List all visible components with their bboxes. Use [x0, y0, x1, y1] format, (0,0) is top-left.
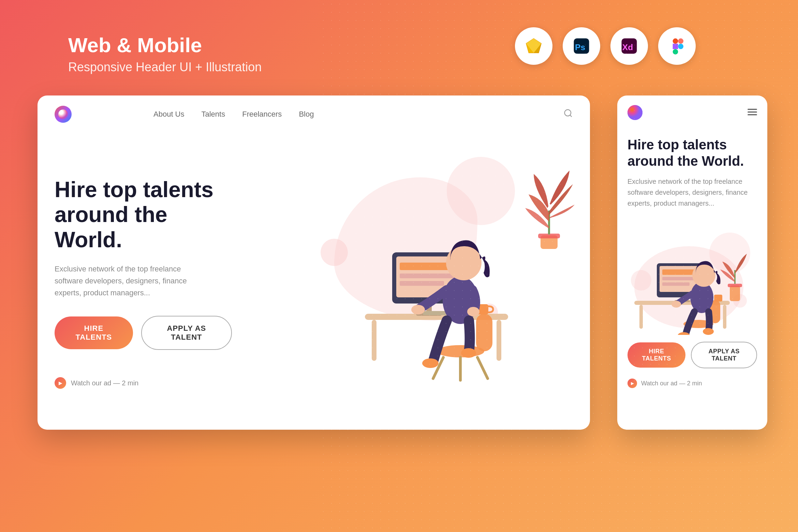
- desktop-hero-heading: Hire top talents around the World.: [55, 177, 232, 253]
- plant-illustration: [515, 160, 583, 256]
- nav-link-blog[interactable]: Blog: [299, 110, 314, 119]
- svg-point-66: [703, 328, 714, 335]
- desktop-hero-description: Exclusive network of the top freelance s…: [55, 263, 198, 299]
- svg-point-12: [678, 44, 683, 49]
- play-icon: ▶: [55, 377, 66, 389]
- nav-links: About Us Talents Freelancers Blog: [153, 110, 314, 119]
- svg-rect-44: [748, 114, 757, 115]
- xd-icon: Xd: [610, 27, 648, 65]
- desktop-hero-buttons: HIRE TALENTS APPLY AS TALENT: [55, 316, 232, 350]
- page-subtitle: Responsive Header UI + Illustration: [68, 60, 262, 74]
- svg-rect-8: [673, 39, 678, 44]
- svg-point-36: [422, 358, 439, 368]
- svg-rect-43: [748, 112, 757, 113]
- mobile-watch-link[interactable]: ▶ Watch our ad — 2 min: [617, 375, 767, 391]
- tool-icons-container: Ps Xd: [515, 27, 696, 65]
- mobile-logo: [627, 105, 642, 120]
- hero-text: Hire top talents around the World. Exclu…: [55, 177, 232, 389]
- page-title: Web & Mobile: [68, 34, 262, 57]
- svg-point-47: [631, 270, 651, 291]
- svg-point-64: [671, 301, 681, 308]
- svg-rect-17: [497, 320, 501, 361]
- svg-point-13: [565, 109, 571, 116]
- mobile-illustration: [617, 226, 767, 335]
- photoshop-icon: Ps: [563, 27, 600, 65]
- svg-point-37: [461, 348, 476, 358]
- svg-rect-51: [723, 305, 726, 329]
- svg-line-30: [477, 357, 488, 379]
- desktop-logo: [55, 106, 72, 123]
- svg-line-14: [570, 115, 572, 117]
- svg-point-41: [627, 105, 642, 120]
- sketch-icon: [515, 27, 552, 65]
- page-title-area: Web & Mobile Responsive Header UI + Illu…: [68, 34, 262, 74]
- mobile-hero-heading: Hire top talents around the World.: [627, 136, 757, 169]
- mobile-hire-talents-button[interactable]: HIRE TALENTS: [627, 342, 685, 368]
- svg-rect-28: [476, 314, 492, 351]
- mobile-hero-buttons: HIRE TALENTS APPLY AS TALENT: [617, 335, 767, 375]
- desktop-mockup: About Us Talents Freelancers Blog Hire t…: [38, 95, 590, 430]
- svg-rect-24: [400, 281, 444, 286]
- desktop-hire-talents-button[interactable]: HIRE TALENTS: [55, 316, 133, 349]
- svg-rect-50: [639, 305, 643, 329]
- svg-rect-42: [748, 109, 757, 110]
- svg-rect-9: [678, 39, 683, 44]
- mobile-watch-text: Watch our ad — 2 min: [641, 380, 702, 387]
- svg-text:Xd: Xd: [622, 43, 633, 52]
- nav-link-freelancers[interactable]: Freelancers: [242, 110, 282, 119]
- svg-rect-58: [662, 282, 690, 286]
- nav-link-about[interactable]: About Us: [153, 110, 184, 119]
- svg-point-34: [411, 305, 425, 314]
- nav-link-talents[interactable]: Talents: [202, 110, 225, 119]
- mobile-hero-text: Hire top talents around the World. Exclu…: [617, 130, 767, 226]
- desktop-apply-talent-button[interactable]: APPLY AS TALENT: [141, 316, 232, 350]
- svg-rect-11: [673, 49, 678, 55]
- desktop-nav: About Us Talents Freelancers Blog: [38, 95, 590, 133]
- hamburger-icon[interactable]: [748, 107, 757, 118]
- svg-rect-68: [728, 284, 742, 287]
- watch-text: Watch our ad — 2 min: [71, 379, 138, 387]
- desktop-illustration: [283, 150, 590, 423]
- svg-rect-67: [730, 285, 740, 301]
- svg-rect-16: [372, 320, 376, 361]
- figma-icon: [658, 27, 696, 65]
- mobile-nav: [617, 95, 767, 130]
- mobile-apply-talent-button[interactable]: APPLY AS TALENT: [691, 342, 757, 368]
- svg-text:Ps: Ps: [575, 43, 585, 52]
- desktop-hero: Hire top talents around the World. Exclu…: [38, 133, 590, 426]
- desktop-watch-link[interactable]: ▶ Watch our ad — 2 min: [55, 377, 232, 389]
- search-icon[interactable]: [563, 108, 573, 120]
- mobile-play-icon: ▶: [627, 379, 637, 388]
- mobile-hero-description: Exclusive network of the top freelance s…: [627, 176, 757, 209]
- svg-rect-10: [673, 44, 678, 49]
- svg-point-35: [467, 307, 479, 316]
- mobile-mockup: Hire top talents around the World. Exclu…: [617, 95, 767, 430]
